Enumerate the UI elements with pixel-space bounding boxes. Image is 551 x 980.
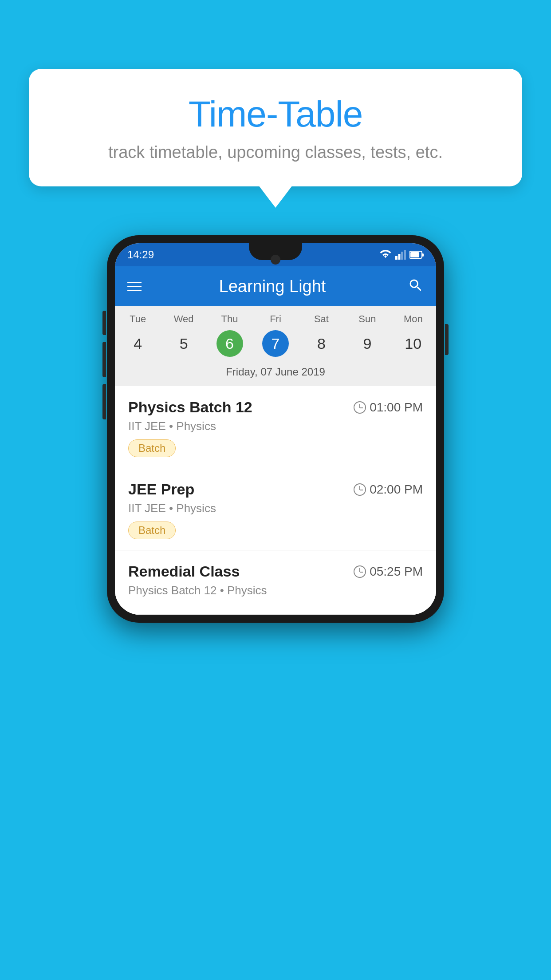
- tooltip-card: Time-Table track timetable, upcoming cla…: [29, 69, 522, 186]
- tooltip-title: Time-Table: [55, 93, 496, 135]
- svg-rect-1: [398, 254, 401, 260]
- search-button[interactable]: [408, 277, 424, 295]
- phone-volume-down: [102, 342, 106, 377]
- phone-mockup: 14:29: [107, 235, 444, 623]
- schedule-item-2-time: 02:00 PM: [354, 482, 423, 497]
- schedule-item-2-subtitle: IIT JEE • Physics: [128, 502, 423, 515]
- status-time: 14:29: [127, 249, 154, 261]
- svg-rect-5: [422, 253, 424, 257]
- status-icons: [379, 250, 424, 260]
- schedule-item-2-time-text: 02:00 PM: [370, 482, 423, 497]
- schedule-item-3[interactable]: Remedial Class 05:25 PM Physics Batch 12…: [115, 550, 436, 615]
- day-header-sun: Sun: [344, 313, 390, 325]
- schedule-item-3-header: Remedial Class 05:25 PM: [128, 563, 423, 580]
- svg-rect-2: [401, 252, 403, 260]
- batch-badge-2: Batch: [128, 522, 176, 539]
- schedule-item-1-time: 01:00 PM: [354, 400, 423, 415]
- day-numbers: 4 5 6 7 8 9 10: [115, 328, 436, 363]
- schedule-item-1[interactable]: Physics Batch 12 01:00 PM IIT JEE • Phys…: [115, 386, 436, 468]
- svg-rect-6: [410, 252, 419, 257]
- day-header-thu: Thu: [207, 313, 252, 325]
- phone-silent-button: [102, 384, 106, 419]
- phone-screen: 14:29: [115, 243, 436, 615]
- selected-date-label: Friday, 07 June 2019: [115, 363, 436, 386]
- schedule-item-2[interactable]: JEE Prep 02:00 PM IIT JEE • Physics Batc…: [115, 468, 436, 550]
- schedule-item-1-title: Physics Batch 12: [128, 399, 252, 416]
- schedule-item-2-header: JEE Prep 02:00 PM: [128, 481, 423, 498]
- schedule-item-3-time-text: 05:25 PM: [370, 565, 423, 579]
- schedule-item-1-time-text: 01:00 PM: [370, 400, 423, 415]
- svg-rect-0: [395, 256, 398, 260]
- phone-outer: 14:29: [107, 235, 444, 623]
- clock-icon-1: [354, 401, 366, 414]
- search-icon: [408, 277, 424, 293]
- day-7-selected[interactable]: 7: [262, 330, 289, 357]
- day-5[interactable]: 5: [161, 330, 206, 357]
- day-header-tue: Tue: [115, 313, 161, 325]
- clock-icon-3: [354, 565, 366, 578]
- day-9[interactable]: 9: [344, 330, 390, 357]
- phone-notch: [249, 243, 302, 260]
- battery-icon: [409, 250, 424, 259]
- svg-rect-3: [404, 250, 406, 260]
- phone-volume-up: [102, 311, 106, 335]
- phone-camera: [271, 255, 280, 265]
- schedule-item-3-time: 05:25 PM: [354, 565, 423, 579]
- schedule-item-2-title: JEE Prep: [128, 481, 194, 498]
- day-6-today[interactable]: 6: [216, 330, 243, 357]
- phone-power-button: [445, 324, 449, 355]
- day-8[interactable]: 8: [299, 330, 344, 357]
- wifi-icon: [379, 250, 392, 260]
- signal-icon: [395, 250, 406, 260]
- day-header-wed: Wed: [161, 313, 206, 325]
- schedule-item-1-subtitle: IIT JEE • Physics: [128, 419, 423, 433]
- schedule-list: Physics Batch 12 01:00 PM IIT JEE • Phys…: [115, 386, 436, 615]
- schedule-item-1-header: Physics Batch 12 01:00 PM: [128, 399, 423, 416]
- day-headers: Tue Wed Thu Fri Sat Sun Mon: [115, 306, 436, 328]
- batch-badge-1: Batch: [128, 439, 176, 457]
- clock-icon-2: [354, 483, 366, 496]
- app-bar: Learning Light: [115, 266, 436, 306]
- app-bar-title: Learning Light: [137, 277, 408, 296]
- tooltip-subtitle: track timetable, upcoming classes, tests…: [55, 143, 496, 162]
- schedule-item-3-subtitle: Physics Batch 12 • Physics: [128, 584, 423, 597]
- day-header-mon: Mon: [390, 313, 436, 325]
- day-header-sat: Sat: [299, 313, 344, 325]
- day-header-fri: Fri: [252, 313, 298, 325]
- calendar: Tue Wed Thu Fri Sat Sun Mon 4 5 6 7 8 9 …: [115, 306, 436, 386]
- day-4[interactable]: 4: [115, 330, 161, 357]
- day-10[interactable]: 10: [390, 330, 436, 357]
- schedule-item-3-title: Remedial Class: [128, 563, 240, 580]
